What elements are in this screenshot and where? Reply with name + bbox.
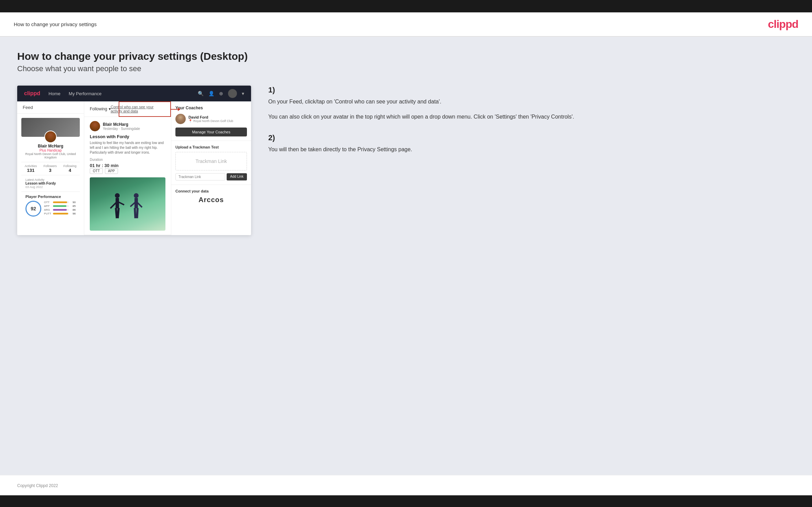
ott-fill — [53, 201, 67, 203]
performance-title: Player Performance — [25, 195, 76, 199]
following-button[interactable]: Following ▾ — [90, 107, 111, 111]
quality-score: 92 — [25, 201, 41, 217]
coach-avatar-image — [175, 114, 186, 124]
trackman-input[interactable] — [175, 173, 225, 180]
svg-rect-11 — [136, 208, 139, 218]
search-icon[interactable]: 🔍 — [198, 91, 204, 96]
control-link[interactable]: Control who can see your activity and da… — [111, 105, 165, 113]
connect-title: Connect your data — [175, 189, 247, 193]
post-duration-label: Duration — [90, 158, 165, 162]
tag-ott: OTT — [90, 168, 103, 174]
followers-value: 3 — [43, 168, 57, 173]
post-duration-value: 01 hr : 30 min — [90, 163, 165, 168]
main-content: How to change your privacy settings (Des… — [0, 37, 812, 475]
latest-activity-label: Latest Activity — [25, 178, 76, 181]
profile-stats: Activities 131 Followers 3 Following 4 — [21, 162, 80, 175]
following-label: Following — [90, 107, 107, 111]
latest-activity-date: 03 Aug 2022 — [25, 185, 76, 189]
profile-name: Blair McHarg — [21, 144, 80, 148]
post-description: Looking to feel like my hands are exitin… — [90, 141, 165, 155]
stat-followers: Followers 3 — [43, 164, 57, 173]
coach-info: David Ford 📍 Royal North Devon Golf Club — [188, 115, 233, 123]
page-subheading: Choose what you want people to see — [17, 64, 795, 73]
red-arrowhead — [178, 108, 181, 111]
post-avatar-image — [90, 121, 100, 131]
app-right-sidebar: Your Coaches David Ford 📍 Royal North De… — [171, 101, 251, 235]
red-arrow-line — [170, 109, 178, 110]
golfer-right — [128, 193, 145, 227]
coach-club: 📍 Royal North Devon Golf Club — [188, 119, 233, 123]
site-header: How to change your privacy settings clip… — [0, 12, 812, 37]
post-author-avatar — [90, 121, 100, 131]
instruction-1: 1) On your Feed, click/tap on 'Control w… — [268, 86, 795, 121]
profile-background — [21, 118, 80, 137]
latest-activity: Latest Activity Lesson with Fordy 03 Aug… — [21, 175, 80, 191]
coaches-title: Your Coaches — [175, 106, 247, 110]
add-link-button[interactable]: Add Link — [227, 173, 247, 180]
svg-point-0 — [115, 193, 120, 198]
post-author: Blair McHarg Yesterday · Sunningdale — [90, 121, 165, 131]
person-icon[interactable]: 👤 — [208, 91, 214, 96]
putt-track — [53, 213, 69, 214]
putt-fill — [53, 213, 68, 214]
ott-value: 90 — [70, 201, 76, 204]
profile-club: Royal North Devon Golf Club, United King… — [21, 152, 80, 159]
putt-label: PUTT — [44, 212, 52, 215]
coach-club-name: Royal North Devon Golf Club — [193, 119, 233, 123]
stat-activities: Activities 131 — [25, 164, 37, 173]
site-logo: clippd — [768, 18, 798, 31]
trackman-input-row: Add Link — [175, 173, 247, 180]
feed-tab[interactable]: Feed — [17, 101, 84, 114]
coach-name: David Ford — [188, 115, 233, 119]
quality-bars: OTT 90 APP — [44, 201, 76, 216]
profile-section: Blair McHarg Plus Handicap Royal North D… — [17, 114, 84, 223]
app-navbar: clippd Home My Performance 🔍 👤 ⊕ ▾ — [17, 86, 251, 101]
top-bar — [0, 0, 812, 12]
golfer-left — [109, 193, 126, 227]
ott-label: OTT — [44, 201, 52, 204]
app-label: APP — [44, 205, 52, 208]
tag-app: APP — [105, 168, 118, 174]
svg-rect-5 — [117, 208, 120, 218]
location-icon: 📍 — [188, 119, 192, 123]
activities-value: 131 — [25, 168, 37, 173]
feed-post: Blair McHarg Yesterday · Sunningdale Les… — [84, 117, 171, 235]
chevron-down-icon[interactable]: ▾ — [242, 91, 244, 96]
app-value: 85 — [70, 205, 76, 208]
footer-copyright: Copyright Clippd 2022 — [17, 483, 58, 488]
followers-label: Followers — [43, 164, 57, 168]
instruction-2-text: You will then be taken directly to the P… — [268, 145, 795, 154]
instruction-1-number: 1) — [268, 86, 795, 95]
svg-rect-10 — [134, 208, 137, 218]
page-heading: How to change your privacy settings (Des… — [17, 51, 795, 62]
app-track — [53, 205, 69, 207]
trackman-section: Upload a Trackman Test Trackman Link Add… — [171, 141, 251, 185]
latest-activity-title: Lesson with Fordy — [25, 181, 76, 185]
app-body: Feed Blair McHarg Plus Handicap Royal No… — [17, 101, 251, 235]
following-label: Following — [63, 164, 76, 168]
nav-my-performance[interactable]: My Performance — [69, 91, 101, 96]
coach-avatar — [175, 114, 186, 124]
arg-track — [53, 209, 69, 211]
arccos-logo: Arccos — [175, 196, 247, 204]
post-location: Yesterday · Sunningdale — [103, 127, 165, 131]
stat-following: Following 4 — [63, 164, 76, 173]
avatar-image — [45, 131, 56, 142]
feed-header: Following ▾ Control who can see your act… — [84, 101, 171, 117]
arg-fill — [53, 209, 67, 211]
bar-arg: ARG 86 — [44, 208, 76, 211]
nav-home[interactable]: Home — [48, 91, 61, 96]
app-main-feed: Following ▾ Control who can see your act… — [84, 101, 171, 235]
compass-icon[interactable]: ⊕ — [219, 91, 223, 96]
feed-header-wrapper: Following ▾ Control who can see your act… — [84, 101, 171, 117]
user-avatar[interactable] — [228, 89, 237, 98]
app-logo: clippd — [24, 90, 40, 97]
manage-coaches-button[interactable]: Manage Your Coaches — [175, 128, 247, 136]
coaches-section: Your Coaches David Ford 📍 Royal North De… — [171, 101, 251, 141]
app-mockup: clippd Home My Performance 🔍 👤 ⊕ ▾ Feed — [17, 86, 251, 235]
coach-item: David Ford 📍 Royal North Devon Golf Club — [175, 114, 247, 124]
profile-avatar — [44, 131, 57, 143]
arg-value: 86 — [70, 208, 76, 211]
bar-app: APP 85 — [44, 205, 76, 208]
instruction-2: 2) You will then be taken directly to th… — [268, 133, 795, 154]
